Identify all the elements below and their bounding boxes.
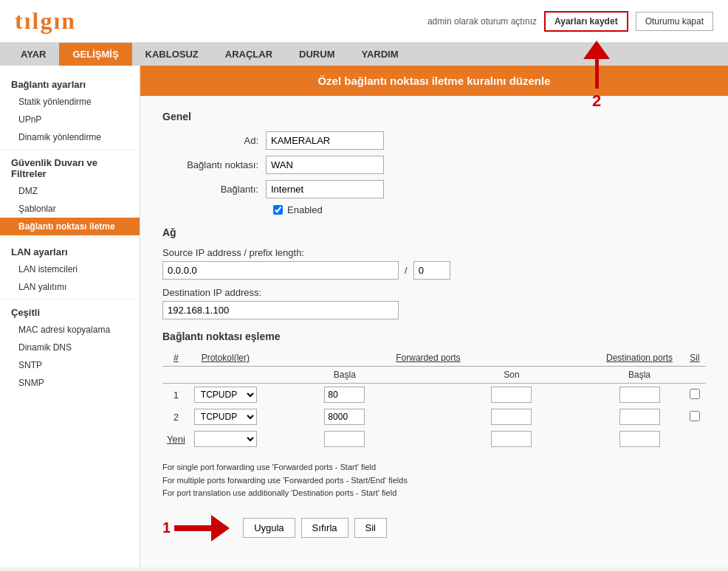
row1-proto: TCPUDP TCP UDP	[190, 384, 261, 406]
sidebar: Bağlantı ayarları Statik yönlendirme UPn…	[0, 66, 140, 567]
tab-araclar[interactable]: ARAÇLAR	[212, 43, 286, 66]
header-right: admin olarak oturum açtınız Ayarları kay…	[427, 11, 713, 32]
new-fwd-start-input[interactable]	[324, 431, 365, 447]
row2-del	[684, 406, 706, 428]
new-proto-select[interactable]: TCPUDP TCP UDP	[194, 431, 257, 447]
sub-dest-start-header: Başla	[595, 367, 684, 384]
annotation-1-container: 1	[162, 515, 230, 541]
connection-input[interactable]	[266, 180, 384, 198]
reset-button[interactable]: Sıfırla	[301, 518, 348, 538]
row1-dest-start-input[interactable]	[619, 387, 660, 403]
network-section-title: Ağ	[162, 226, 706, 238]
table-row: 1 TCPUDP TCP UDP	[162, 384, 706, 406]
status-text: admin olarak oturum açtınız	[427, 16, 537, 27]
connection-point-input[interactable]	[266, 156, 384, 174]
sidebar-item-dmz[interactable]: DMZ	[0, 182, 140, 200]
sub-empty-3	[684, 367, 706, 384]
tab-ayar[interactable]: AYAR	[7, 43, 59, 66]
connection-point-row: Bağlantı noktası:	[162, 156, 706, 174]
sidebar-item-sablonlar[interactable]: Şablonlar	[0, 200, 140, 218]
prefix-input[interactable]	[413, 261, 450, 280]
notes-section: For single port forwarding use 'Forwarde…	[162, 461, 706, 500]
sidebar-item-snmp[interactable]: SNMP	[0, 374, 140, 392]
sidebar-item-sntp[interactable]: SNTP	[0, 356, 140, 374]
row1-proto-select[interactable]: TCPUDP TCP UDP	[194, 387, 257, 403]
enabled-row: Enabled	[273, 204, 706, 215]
sidebar-section-guvenlik: Güvenlik Duvarı ve Filtreler	[0, 149, 140, 182]
new-dest-start-input[interactable]	[619, 431, 660, 447]
annotation-arrow-2: 2	[583, 41, 610, 111]
header: tılgın admin olarak oturum açtınız Ayarl…	[0, 0, 728, 43]
network-section: Ağ Source IP address / prefix length: / …	[162, 226, 706, 319]
table-row: 2 TCPUDP TCP UDP	[162, 406, 706, 428]
row2-del-checkbox[interactable]	[690, 411, 700, 421]
new-row: Yeni TCPUDP TCP UDP	[162, 428, 706, 450]
row2-fwd-end-input[interactable]	[491, 409, 532, 425]
connection-label: Bağlantı:	[162, 184, 266, 195]
logout-button[interactable]: Oturumu kapat	[636, 12, 713, 31]
general-section-title: Genel	[162, 111, 706, 122]
dest-ip-label: Destination IP address:	[162, 287, 706, 298]
source-ip-input[interactable]	[162, 261, 399, 280]
tab-gelismis[interactable]: GELİŞMİŞ	[59, 43, 131, 66]
row1-del	[684, 384, 706, 406]
note-1: For single port forwarding use 'Forwarde…	[162, 461, 706, 474]
tab-yardim[interactable]: YARDIM	[348, 43, 411, 66]
new-fwd-end-input[interactable]	[491, 431, 532, 447]
slash-separator: /	[405, 265, 408, 276]
col-hash-header: #	[162, 350, 190, 367]
source-ip-label: Source IP address / prefix length:	[162, 247, 706, 258]
sidebar-item-statik[interactable]: Statik yönlendirme	[0, 93, 140, 111]
action-row: 1 Uygula Sıfırla Sil	[162, 515, 706, 541]
sidebar-item-lan-yalitimi[interactable]: LAN yalıtımı	[0, 278, 140, 296]
new-fwd-start	[261, 428, 428, 450]
delete-button[interactable]: Sil	[354, 518, 387, 538]
row1-fwd-end-input[interactable]	[491, 387, 532, 403]
new-fwd-end	[428, 428, 595, 450]
new-del	[684, 428, 706, 450]
row2-fwd-start	[261, 406, 428, 428]
arrow-right	[174, 515, 230, 541]
annotation-number-1: 1	[162, 519, 171, 536]
row1-dest-start	[595, 384, 684, 406]
row2-dest-start-input[interactable]	[619, 409, 660, 425]
arrow-2-shaft	[595, 59, 599, 89]
sidebar-item-mac[interactable]: MAC adresi kopyalama	[0, 321, 140, 339]
sidebar-item-lan-istemcileri[interactable]: LAN istemcileri	[0, 260, 140, 278]
row1-num: 1	[162, 384, 190, 406]
row1-del-checkbox[interactable]	[690, 389, 700, 399]
name-label: Ad:	[162, 135, 266, 146]
main-content: Özel bağlantı noktası iletme kuralını dü…	[140, 66, 728, 567]
sidebar-item-dinamik-dns[interactable]: Dinamik DNS	[0, 339, 140, 356]
enabled-checkbox[interactable]	[273, 205, 283, 215]
row2-fwd-end	[428, 406, 595, 428]
arrow-2-head	[583, 41, 610, 59]
col-proto-header: Protokol(ler)	[190, 350, 261, 367]
tab-kablosuz[interactable]: KABLOSUZ	[132, 43, 212, 66]
tab-durum[interactable]: DURUM	[286, 43, 348, 66]
arrow-shaft	[174, 525, 211, 531]
arrow-head	[211, 515, 230, 541]
sub-empty-1	[162, 367, 190, 384]
apply-button[interactable]: Uygula	[243, 518, 295, 538]
save-button[interactable]: Ayarları kaydet	[544, 11, 628, 32]
sidebar-item-dinamik[interactable]: Dinamik yönlendirme	[0, 128, 140, 146]
new-row-label: Yeni	[162, 428, 190, 450]
enabled-label: Enabled	[287, 204, 323, 215]
row2-proto-select[interactable]: TCPUDP TCP UDP	[194, 409, 257, 425]
page-title: Özel bağlantı noktası iletme kuralını dü…	[140, 66, 728, 96]
sidebar-item-baglanti-noktasi[interactable]: Bağlantı noktası iletme	[0, 218, 140, 235]
row2-fwd-start-input[interactable]	[324, 409, 365, 425]
arrow-right-container	[174, 515, 230, 541]
sidebar-item-upnp[interactable]: UPnP	[0, 111, 140, 128]
annotation-number-2: 2	[592, 91, 601, 111]
dest-ip-input[interactable]	[162, 301, 399, 319]
row1-fwd-end	[428, 384, 595, 406]
col-fwd-header: Forwarded ports	[261, 350, 595, 367]
row1-fwd-start-input[interactable]	[324, 387, 365, 403]
name-input[interactable]	[266, 131, 384, 150]
port-mapping-title: Bağlantı noktası eşleme	[162, 331, 706, 342]
new-dest-start	[595, 428, 684, 450]
sub-start-header: Başla	[261, 367, 428, 384]
connection-row: Bağlantı:	[162, 180, 706, 198]
